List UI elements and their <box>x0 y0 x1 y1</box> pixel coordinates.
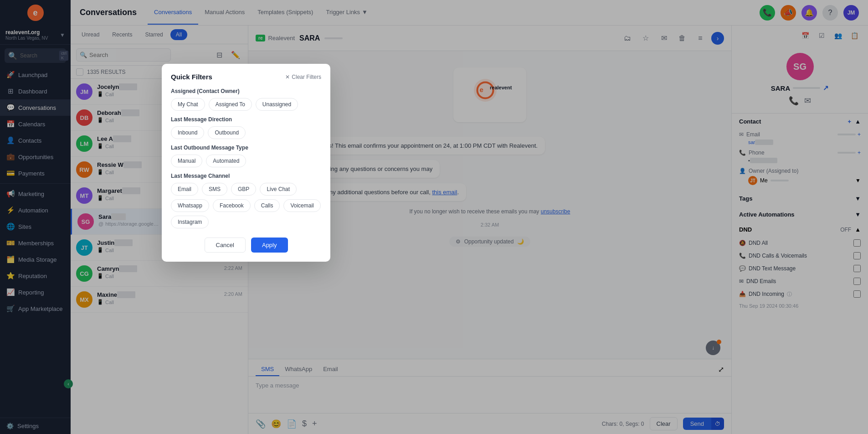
qf-title: Quick Filters <box>171 73 212 81</box>
qf-header: Quick Filters ✕ Clear Filters <box>171 73 321 81</box>
qf-chips-assigned: My Chat Assigned To Unassigned <box>171 98 321 111</box>
chip-whatsapp[interactable]: Whatsapp <box>171 199 209 212</box>
chip-instagram[interactable]: Instagram <box>171 216 209 228</box>
qf-chips-direction: Inbound Outbound <box>171 126 321 139</box>
chip-voicemail[interactable]: Voicemail <box>283 199 320 212</box>
modal-overlay[interactable]: Quick Filters ✕ Clear Filters Assigned (… <box>0 0 868 434</box>
quick-filters-modal: Quick Filters ✕ Clear Filters Assigned (… <box>162 64 330 262</box>
chip-inbound[interactable]: Inbound <box>171 126 204 139</box>
chip-gbp[interactable]: GBP <box>231 183 256 196</box>
clear-label: Clear Filters <box>292 74 321 80</box>
chip-live-chat[interactable]: Live Chat <box>260 183 297 196</box>
chip-unassigned[interactable]: Unassigned <box>256 98 298 111</box>
chip-sms[interactable]: SMS <box>202 183 227 196</box>
qf-clear-btn[interactable]: ✕ Clear Filters <box>285 74 321 80</box>
qf-section-channel: Last Message Channel <box>171 173 321 179</box>
chip-calls[interactable]: Calls <box>254 199 280 212</box>
chip-assigned-to[interactable]: Assigned To <box>209 98 252 111</box>
close-icon: ✕ <box>285 74 290 80</box>
chip-automated[interactable]: Automated <box>206 155 246 167</box>
chip-outbound[interactable]: Outbound <box>208 126 246 139</box>
qf-section-outbound-type: Last Outbound Message Type <box>171 145 321 151</box>
qf-chips-outbound-type: Manual Automated <box>171 155 321 167</box>
qf-section-assigned: Assigned (Contact Owner) <box>171 88 321 94</box>
chip-email[interactable]: Email <box>171 183 198 196</box>
chip-facebook[interactable]: Facebook <box>213 199 251 212</box>
qf-section-direction: Last Message Direction <box>171 116 321 123</box>
chip-my-chat[interactable]: My Chat <box>171 98 205 111</box>
qf-apply-btn[interactable]: Apply <box>251 238 288 253</box>
qf-chips-channel: Email SMS GBP Live Chat Whatsapp Faceboo… <box>171 183 321 228</box>
qf-actions: Cancel Apply <box>171 238 321 253</box>
chip-manual[interactable]: Manual <box>171 155 202 167</box>
qf-cancel-btn[interactable]: Cancel <box>205 238 246 253</box>
